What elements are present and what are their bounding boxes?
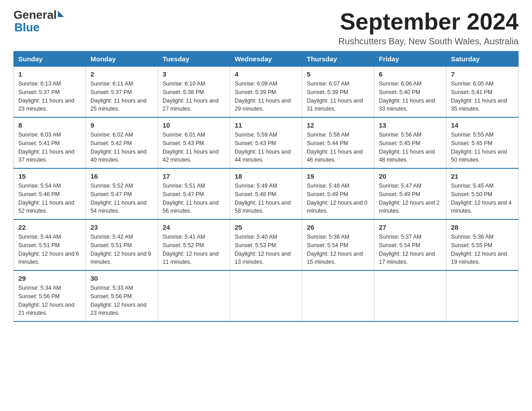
calendar-week-row: 22 Sunrise: 5:44 AM Sunset: 5:51 PM Dayl… bbox=[14, 219, 519, 270]
table-row: 17 Sunrise: 5:51 AM Sunset: 5:47 PM Dayl… bbox=[158, 168, 230, 219]
day-number: 8 bbox=[18, 121, 81, 129]
table-row: 29 Sunrise: 5:34 AM Sunset: 5:56 PM Dayl… bbox=[14, 270, 86, 321]
day-number: 22 bbox=[18, 223, 81, 231]
logo-arrow-icon bbox=[58, 11, 64, 17]
day-info: Sunrise: 5:41 AM Sunset: 5:52 PM Dayligh… bbox=[163, 233, 225, 266]
table-row: 9 Sunrise: 6:02 AM Sunset: 5:42 PM Dayli… bbox=[86, 117, 158, 168]
day-number: 20 bbox=[379, 172, 442, 180]
day-number: 6 bbox=[379, 70, 442, 78]
table-row bbox=[374, 270, 446, 321]
day-number: 29 bbox=[18, 274, 81, 282]
table-row: 25 Sunrise: 5:40 AM Sunset: 5:53 PM Dayl… bbox=[230, 219, 302, 270]
day-info: Sunrise: 5:47 AM Sunset: 5:49 PM Dayligh… bbox=[379, 182, 442, 215]
day-number: 5 bbox=[307, 70, 369, 78]
header-sunday: Sunday bbox=[14, 51, 86, 67]
day-info: Sunrise: 5:36 AM Sunset: 5:55 PM Dayligh… bbox=[451, 233, 514, 266]
day-number: 18 bbox=[235, 172, 297, 180]
table-row: 23 Sunrise: 5:42 AM Sunset: 5:51 PM Dayl… bbox=[86, 219, 158, 270]
table-row: 12 Sunrise: 5:58 AM Sunset: 5:44 PM Dayl… bbox=[302, 117, 374, 168]
day-number: 13 bbox=[379, 121, 442, 129]
day-number: 16 bbox=[90, 172, 153, 180]
table-row: 5 Sunrise: 6:07 AM Sunset: 5:39 PM Dayli… bbox=[302, 67, 374, 118]
table-row: 13 Sunrise: 5:56 AM Sunset: 5:45 PM Dayl… bbox=[374, 117, 446, 168]
table-row: 30 Sunrise: 5:33 AM Sunset: 5:56 PM Dayl… bbox=[86, 270, 158, 321]
day-number: 21 bbox=[451, 172, 514, 180]
calendar-week-row: 8 Sunrise: 6:03 AM Sunset: 5:41 PM Dayli… bbox=[14, 117, 519, 168]
day-info: Sunrise: 6:05 AM Sunset: 5:41 PM Dayligh… bbox=[451, 80, 514, 113]
location-subtitle: Rushcutters Bay, New South Wales, Austra… bbox=[339, 36, 519, 47]
table-row: 27 Sunrise: 5:37 AM Sunset: 5:54 PM Dayl… bbox=[374, 219, 446, 270]
table-row: 6 Sunrise: 6:06 AM Sunset: 5:40 PM Dayli… bbox=[374, 67, 446, 118]
day-info: Sunrise: 6:11 AM Sunset: 5:37 PM Dayligh… bbox=[90, 80, 153, 113]
day-number: 15 bbox=[18, 172, 81, 180]
day-info: Sunrise: 5:48 AM Sunset: 5:49 PM Dayligh… bbox=[307, 182, 369, 215]
day-info: Sunrise: 5:52 AM Sunset: 5:47 PM Dayligh… bbox=[90, 182, 153, 215]
day-number: 9 bbox=[90, 121, 153, 129]
table-row: 21 Sunrise: 5:45 AM Sunset: 5:50 PM Dayl… bbox=[446, 168, 519, 219]
header-monday: Monday bbox=[86, 51, 158, 67]
month-title: September 2024 bbox=[339, 9, 519, 34]
table-row bbox=[302, 270, 374, 321]
day-info: Sunrise: 5:59 AM Sunset: 5:43 PM Dayligh… bbox=[235, 131, 297, 164]
table-row: 18 Sunrise: 5:49 AM Sunset: 5:48 PM Dayl… bbox=[230, 168, 302, 219]
day-info: Sunrise: 5:34 AM Sunset: 5:56 PM Dayligh… bbox=[18, 284, 81, 317]
day-info: Sunrise: 5:56 AM Sunset: 5:45 PM Dayligh… bbox=[379, 131, 442, 164]
header-tuesday: Tuesday bbox=[158, 51, 230, 67]
day-number: 14 bbox=[451, 121, 514, 129]
calendar-week-row: 29 Sunrise: 5:34 AM Sunset: 5:56 PM Dayl… bbox=[14, 270, 519, 321]
table-row bbox=[230, 270, 302, 321]
table-row: 16 Sunrise: 5:52 AM Sunset: 5:47 PM Dayl… bbox=[86, 168, 158, 219]
table-row bbox=[158, 270, 230, 321]
logo-blue-text: Blue bbox=[14, 21, 39, 34]
day-info: Sunrise: 5:37 AM Sunset: 5:54 PM Dayligh… bbox=[379, 233, 442, 266]
day-info: Sunrise: 6:03 AM Sunset: 5:41 PM Dayligh… bbox=[18, 131, 81, 164]
table-row: 15 Sunrise: 5:54 AM Sunset: 5:46 PM Dayl… bbox=[14, 168, 86, 219]
table-row: 28 Sunrise: 5:36 AM Sunset: 5:55 PM Dayl… bbox=[446, 219, 519, 270]
calendar-week-row: 15 Sunrise: 5:54 AM Sunset: 5:46 PM Dayl… bbox=[14, 168, 519, 219]
day-info: Sunrise: 5:40 AM Sunset: 5:53 PM Dayligh… bbox=[235, 233, 297, 266]
day-number: 12 bbox=[307, 121, 369, 129]
day-number: 27 bbox=[379, 223, 442, 231]
day-info: Sunrise: 6:10 AM Sunset: 5:38 PM Dayligh… bbox=[163, 80, 225, 113]
logo: General Blue bbox=[13, 9, 65, 34]
day-info: Sunrise: 6:06 AM Sunset: 5:40 PM Dayligh… bbox=[379, 80, 442, 113]
calendar-table: Sunday Monday Tuesday Wednesday Thursday… bbox=[13, 51, 519, 322]
day-number: 4 bbox=[235, 70, 297, 78]
day-info: Sunrise: 5:54 AM Sunset: 5:46 PM Dayligh… bbox=[18, 182, 81, 215]
day-number: 7 bbox=[451, 70, 514, 78]
day-info: Sunrise: 6:02 AM Sunset: 5:42 PM Dayligh… bbox=[90, 131, 153, 164]
day-number: 26 bbox=[307, 223, 369, 231]
day-number: 28 bbox=[451, 223, 514, 231]
table-row: 20 Sunrise: 5:47 AM Sunset: 5:49 PM Dayl… bbox=[374, 168, 446, 219]
day-info: Sunrise: 5:44 AM Sunset: 5:51 PM Dayligh… bbox=[18, 233, 81, 266]
title-area: September 2024 Rushcutters Bay, New Sout… bbox=[339, 9, 519, 47]
day-number: 25 bbox=[235, 223, 297, 231]
table-row: 19 Sunrise: 5:48 AM Sunset: 5:49 PM Dayl… bbox=[302, 168, 374, 219]
table-row: 11 Sunrise: 5:59 AM Sunset: 5:43 PM Dayl… bbox=[230, 117, 302, 168]
day-number: 17 bbox=[163, 172, 225, 180]
day-number: 1 bbox=[18, 70, 81, 78]
header-saturday: Saturday bbox=[446, 51, 519, 67]
table-row: 8 Sunrise: 6:03 AM Sunset: 5:41 PM Dayli… bbox=[14, 117, 86, 168]
table-row: 4 Sunrise: 6:09 AM Sunset: 5:39 PM Dayli… bbox=[230, 67, 302, 118]
calendar-week-row: 1 Sunrise: 6:13 AM Sunset: 5:37 PM Dayli… bbox=[14, 67, 519, 118]
logo-general-text: General bbox=[13, 9, 57, 21]
day-number: 2 bbox=[90, 70, 153, 78]
day-info: Sunrise: 6:09 AM Sunset: 5:39 PM Dayligh… bbox=[235, 80, 297, 113]
table-row: 1 Sunrise: 6:13 AM Sunset: 5:37 PM Dayli… bbox=[14, 67, 86, 118]
day-info: Sunrise: 6:07 AM Sunset: 5:39 PM Dayligh… bbox=[307, 80, 369, 113]
day-info: Sunrise: 6:01 AM Sunset: 5:43 PM Dayligh… bbox=[163, 131, 225, 164]
day-number: 30 bbox=[90, 274, 153, 282]
day-info: Sunrise: 5:55 AM Sunset: 5:45 PM Dayligh… bbox=[451, 131, 514, 164]
day-number: 11 bbox=[235, 121, 297, 129]
table-row: 26 Sunrise: 5:38 AM Sunset: 5:54 PM Dayl… bbox=[302, 219, 374, 270]
day-number: 10 bbox=[163, 121, 225, 129]
header: General Blue September 2024 Rushcutters … bbox=[13, 9, 519, 47]
day-info: Sunrise: 5:58 AM Sunset: 5:44 PM Dayligh… bbox=[307, 131, 369, 164]
header-friday: Friday bbox=[374, 51, 446, 67]
table-row: 14 Sunrise: 5:55 AM Sunset: 5:45 PM Dayl… bbox=[446, 117, 519, 168]
day-info: Sunrise: 5:45 AM Sunset: 5:50 PM Dayligh… bbox=[451, 182, 514, 215]
day-number: 24 bbox=[163, 223, 225, 231]
day-info: Sunrise: 5:51 AM Sunset: 5:47 PM Dayligh… bbox=[163, 182, 225, 215]
table-row: 7 Sunrise: 6:05 AM Sunset: 5:41 PM Dayli… bbox=[446, 67, 519, 118]
